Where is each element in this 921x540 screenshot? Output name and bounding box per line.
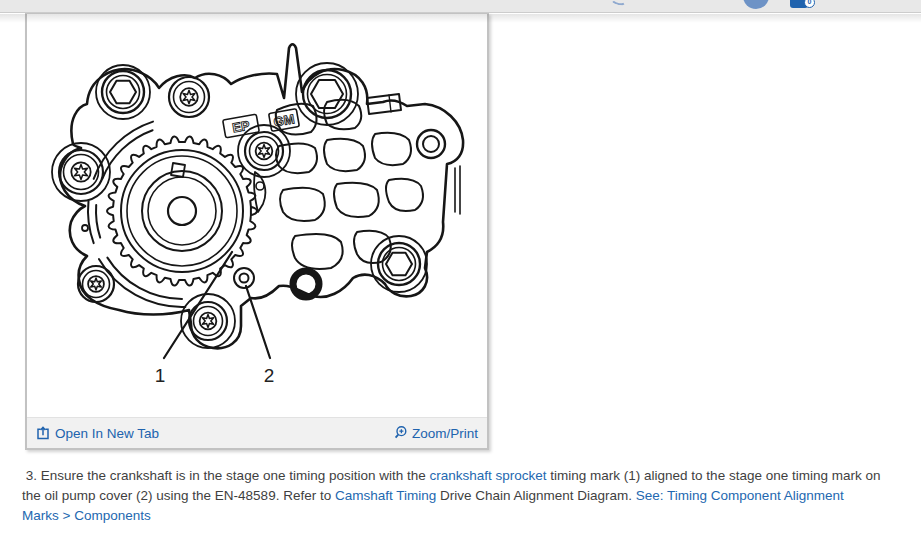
svg-text:1: 1	[155, 365, 166, 386]
instruction-text: 3. Ensure the crankshaft is in the stage…	[22, 466, 884, 526]
panel-footer: Open In New Tab Zoom/Print	[27, 417, 487, 448]
text-segment: 3. Ensure the crankshaft is in the stage…	[22, 468, 430, 483]
top-toolbar	[0, 0, 921, 13]
open-in-new-tab-link[interactable]: Open In New Tab	[36, 426, 159, 441]
inline-link[interactable]: Camshaft Timing	[335, 488, 436, 503]
open-in-new-tab-icon	[36, 426, 50, 440]
svg-text:2: 2	[264, 365, 275, 386]
zoom-print-link[interactable]: Zoom/Print	[394, 426, 478, 441]
diagram-area: EPGM12	[27, 14, 487, 417]
oil-pump-diagram: EPGM12	[27, 14, 487, 417]
svg-text:EP: EP	[231, 118, 251, 136]
zoom-print-label: Zoom/Print	[412, 426, 478, 441]
image-panel: EPGM12 Open In New Tab Zoom/Print	[25, 13, 489, 450]
zoom-in-icon	[394, 426, 407, 440]
open-in-new-tab-label: Open In New Tab	[55, 426, 159, 441]
text-segment: Drive Chain Alignment Diagram.	[436, 488, 636, 503]
inline-link[interactable]: crankshaft sprocket	[430, 468, 547, 483]
